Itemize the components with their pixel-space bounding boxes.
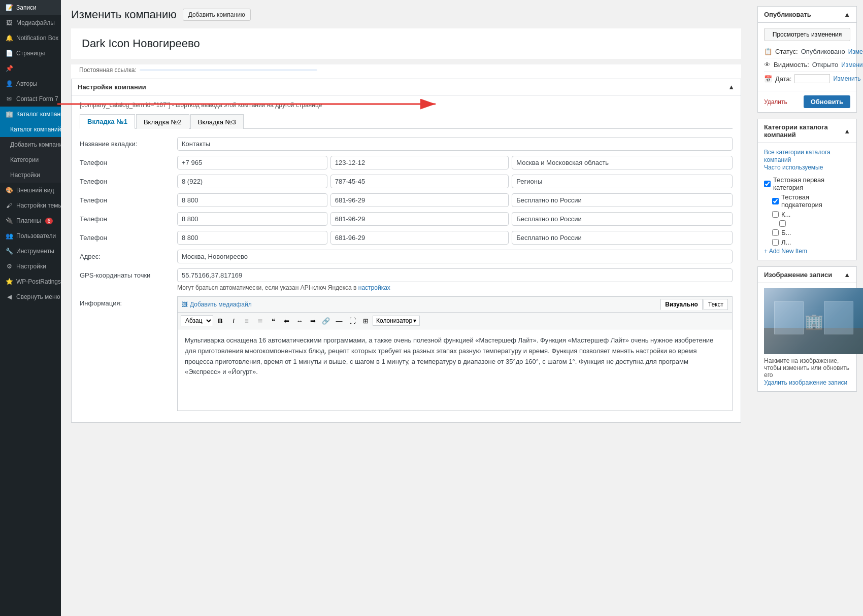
submenu-label: Каталог компаний: [10, 126, 61, 133]
phone-row-1: Телефон: [80, 156, 733, 169]
align-center-button[interactable]: ↔: [293, 315, 306, 327]
cat-links: Все категории каталога компаний Часто ис…: [764, 148, 850, 171]
sidebar-item-media[interactable]: 🖼 Медиафайлы: [0, 15, 61, 30]
categories-panel-header[interactable]: Категории каталога компаний ▲: [758, 119, 856, 143]
tab-name-input[interactable]: [177, 137, 733, 151]
tools-icon: 🔧: [5, 248, 13, 255]
insert-button[interactable]: —: [333, 315, 345, 327]
image-panel-header[interactable]: Изображение записи ▲: [758, 267, 856, 283]
phone-number-2[interactable]: [330, 175, 509, 188]
kolonizator-button[interactable]: Колонизатор ▾: [373, 316, 420, 326]
phone-label-1: Телефон: [80, 156, 171, 166]
sidebar-item-theme[interactable]: 🖌 Настройки темы: [0, 198, 61, 213]
add-media-button[interactable]: 🖼 Добавить медиафайл: [182, 301, 252, 308]
phone-region-4[interactable]: [512, 212, 733, 226]
date-change-link[interactable]: Изменить: [833, 75, 860, 82]
fullscreen-button[interactable]: ⛶: [346, 315, 358, 327]
sidebar-item-catalog[interactable]: 🏢 Каталог компаний: [0, 107, 61, 122]
submenu-item-catalog[interactable]: Каталог компаний: [0, 122, 61, 137]
cat-checkbox-3[interactable]: [779, 220, 786, 227]
phone-region-2[interactable]: [512, 175, 733, 188]
sidebar-item-authors[interactable]: 👤 Авторы: [0, 76, 61, 91]
visibility-row: 👁 Видимость: Открыто Изменить: [764, 58, 850, 72]
delete-link[interactable]: Удалить: [764, 98, 787, 106]
phone-code-1[interactable]: [177, 156, 327, 169]
phone-number-5[interactable]: [330, 231, 509, 245]
gps-input[interactable]: [177, 268, 733, 282]
gps-settings-link[interactable]: настройках: [358, 284, 390, 291]
phone-code-2[interactable]: [177, 175, 327, 188]
table-button[interactable]: ⊞: [359, 315, 372, 327]
preview-button[interactable]: Просмотреть изменения: [764, 28, 850, 41]
publish-panel-header[interactable]: Опубликовать ▲: [758, 7, 856, 23]
phone-region-5[interactable]: [512, 231, 733, 245]
align-right-button[interactable]: ➡: [307, 315, 319, 327]
sidebar-item-settings[interactable]: ⚙ Настройки: [0, 259, 61, 274]
tab-2[interactable]: Вкладка №2: [136, 114, 189, 129]
phone-label-5: Телефон: [80, 231, 171, 242]
visual-tab[interactable]: Визуально: [660, 299, 702, 310]
status-change-link[interactable]: Изменить: [848, 48, 863, 55]
add-company-button[interactable]: Добавить компанию: [183, 9, 251, 21]
link-button[interactable]: 🔗: [320, 315, 332, 327]
sidebar-item-label: Авторы: [16, 80, 37, 87]
bold-button[interactable]: B: [214, 315, 226, 327]
sidebar-item-tools[interactable]: 🔧 Инструменты: [0, 244, 61, 259]
sidebar-item-pin[interactable]: 📌: [0, 61, 61, 76]
post-title-input[interactable]: [79, 35, 733, 53]
sidebar-item-label: Записи: [16, 4, 37, 11]
align-left-button[interactable]: ⬅: [280, 315, 292, 327]
sidebar-item-pages[interactable]: 📄 Страницы: [0, 46, 61, 61]
italic-button[interactable]: I: [227, 315, 240, 327]
submenu-item-settings[interactable]: Настройки: [0, 167, 61, 183]
sidebar-item-users[interactable]: 👥 Пользователи: [0, 228, 61, 244]
company-settings-header[interactable]: Настройки компании ▲: [72, 79, 741, 95]
phone-region-3[interactable]: [512, 193, 733, 207]
sidebar-item-contact-form[interactable]: ✉ Contact Form 7: [0, 91, 61, 107]
all-categories-link[interactable]: Все категории каталога компаний: [764, 149, 831, 163]
phone-row-2: Телефон: [80, 175, 733, 188]
sidebar-item-plugins[interactable]: 🔌 Плагины 6: [0, 213, 61, 228]
cat-checkbox-5[interactable]: [772, 239, 779, 246]
submenu-item-add[interactable]: Добавить компанию: [0, 137, 61, 152]
cat-checkbox-1[interactable]: [772, 198, 779, 204]
used-categories-link[interactable]: Часто используемые: [764, 164, 823, 171]
phone-code-3[interactable]: [177, 193, 327, 207]
visibility-change-link[interactable]: Изменить: [841, 61, 863, 69]
blockquote-button[interactable]: ❝: [267, 315, 279, 327]
sidebar-item-label: Настройки темы: [16, 202, 61, 209]
phone-code-5[interactable]: [177, 231, 327, 245]
phone-number-3[interactable]: [330, 193, 509, 207]
sidebar-item-label: Пользователи: [16, 232, 56, 239]
remove-image-link[interactable]: Удалить изображение записи: [764, 379, 847, 386]
sidebar-item-appearance[interactable]: 🎨 Внешний вид: [0, 183, 61, 198]
sidebar-item-label: Contact Form 7: [16, 95, 58, 102]
ol-button[interactable]: ≣: [254, 315, 266, 327]
phone-number-4[interactable]: [330, 212, 509, 226]
post-image[interactable]: 🏢: [764, 288, 863, 354]
phone-region-1[interactable]: [512, 156, 733, 169]
editor-container: 🖼 Добавить медиафайл Визуально Текст: [177, 296, 733, 411]
paragraph-select[interactable]: Абзац: [181, 315, 213, 326]
address-input[interactable]: [177, 250, 733, 263]
tab-3[interactable]: Вкладка №3: [190, 114, 244, 129]
sidebar-item-collapse[interactable]: ◀ Свернуть меню: [0, 289, 61, 304]
editor-content[interactable]: Мультиварка оснащена 16 автоматическими …: [178, 329, 732, 410]
phone-code-4[interactable]: [177, 212, 327, 226]
phone-number-1[interactable]: [330, 156, 509, 169]
sidebar-item-notification-box[interactable]: 🔔 Notification Box: [0, 30, 61, 46]
add-new-item-link[interactable]: + Add New Item: [764, 248, 807, 255]
text-tab[interactable]: Текст: [704, 299, 728, 310]
date-input[interactable]: [794, 74, 830, 83]
post-title-wrap: [71, 28, 741, 59]
cat-checkbox-2[interactable]: [772, 211, 779, 218]
cat-checkbox-0[interactable]: [764, 181, 771, 187]
sidebar-item-records[interactable]: 📝 Записи: [0, 0, 61, 15]
update-button[interactable]: Обновить: [804, 95, 850, 108]
cat-checkbox-4[interactable]: [772, 229, 779, 236]
ul-button[interactable]: ≡: [241, 315, 253, 327]
sidebar-item-wp-postratings[interactable]: ⭐ WP-PostRatings: [0, 274, 61, 289]
tab-1[interactable]: Вкладка №1: [80, 114, 135, 129]
sidebar-item-label: Каталог компаний: [16, 111, 61, 118]
submenu-item-categories[interactable]: Категории: [0, 152, 61, 167]
